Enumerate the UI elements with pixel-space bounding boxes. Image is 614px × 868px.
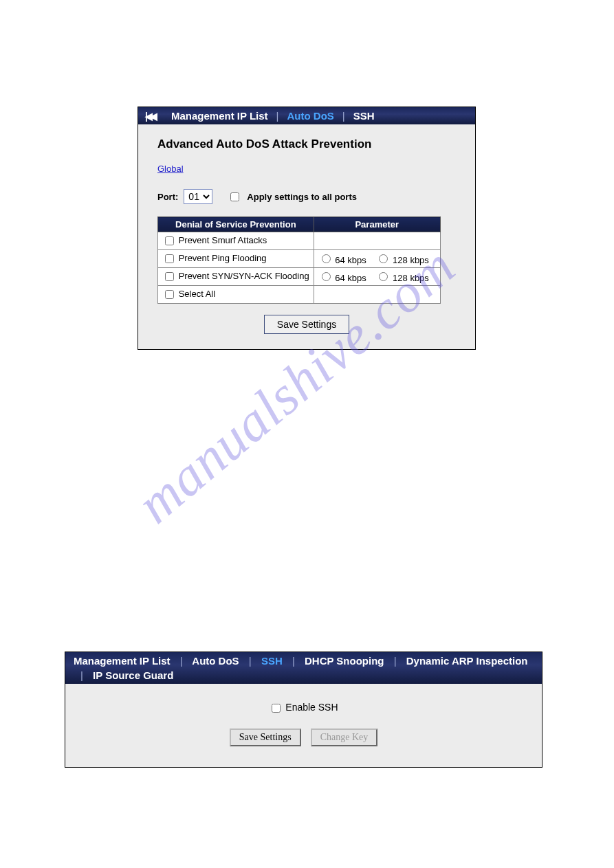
table-row: Select All: [158, 286, 441, 304]
ping-64-radio[interactable]: [322, 254, 331, 263]
select-all-label: Select All: [179, 289, 215, 299]
tab-separator: |: [271, 110, 285, 122]
syn-label: Prevent SYN/SYN-ACK Flooding: [179, 271, 309, 281]
col-header-dos: Denial of Service Prevention: [158, 217, 314, 232]
table-row: Prevent Ping Flooding 64 kbps 128 kbps: [158, 250, 441, 268]
ping-checkbox[interactable]: [165, 254, 174, 263]
syn-128-radio[interactable]: [379, 272, 388, 281]
smurf-param-cell: [314, 232, 440, 250]
tab-dynamic-arp[interactable]: Dynamic ARP Inspection: [406, 655, 528, 667]
apply-all-checkbox[interactable]: [230, 192, 239, 201]
tab-bar-ssh: Management IP List | Auto DoS | SSH | DH…: [65, 652, 542, 684]
port-label: Port:: [157, 192, 178, 202]
port-select[interactable]: 01: [184, 189, 212, 204]
enable-ssh-checkbox[interactable]: [272, 704, 281, 713]
tab-ssh[interactable]: SSH: [261, 655, 283, 667]
syn-64-radio[interactable]: [322, 272, 331, 281]
ping-128-radio[interactable]: [379, 254, 388, 263]
tab-bar: |◀◀ Management IP List | Auto DoS | SSH: [138, 107, 475, 124]
tab-auto-dos[interactable]: Auto DoS: [287, 110, 334, 122]
rewind-icon[interactable]: |◀◀: [145, 111, 155, 122]
ping-label: Prevent Ping Flooding: [179, 253, 267, 263]
tab-separator: |: [285, 655, 302, 667]
tab-ip-source-guard[interactable]: IP Source Guard: [93, 669, 173, 681]
tab-separator: |: [337, 110, 351, 122]
syn-128-label: 128 kbps: [393, 273, 429, 283]
tab-ssh[interactable]: SSH: [353, 110, 375, 122]
table-row: Prevent Smurf Attacks: [158, 232, 441, 250]
table-row: Prevent SYN/SYN-ACK Flooding 64 kbps 128…: [158, 268, 441, 286]
apply-all-label: Apply settings to all ports: [247, 192, 357, 202]
select-all-checkbox[interactable]: [165, 290, 174, 299]
save-settings-button[interactable]: Save Settings: [230, 728, 301, 746]
ping-64-label: 64 kbps: [335, 255, 366, 265]
global-link[interactable]: Global: [157, 164, 184, 174]
syn-64-label: 64 kbps: [335, 273, 366, 283]
dos-table: Denial of Service Prevention Parameter P…: [157, 216, 441, 304]
save-settings-button[interactable]: Save Settings: [264, 315, 349, 334]
tab-separator: |: [173, 655, 190, 667]
page-title: Advanced Auto DoS Attack Prevention: [157, 137, 456, 151]
tab-management-ip[interactable]: Management IP List: [74, 655, 171, 667]
change-key-button[interactable]: Change Key: [311, 728, 378, 746]
syn-checkbox[interactable]: [165, 272, 174, 281]
tab-dhcp-snooping[interactable]: DHCP Snooping: [305, 655, 384, 667]
tab-management-ip[interactable]: Management IP List: [171, 110, 268, 122]
ssh-panel: Management IP List | Auto DoS | SSH | DH…: [65, 652, 542, 768]
enable-ssh-label: Enable SSH: [285, 702, 338, 713]
smurf-label: Prevent Smurf Attacks: [179, 235, 267, 245]
tab-separator: |: [387, 655, 404, 667]
smurf-checkbox[interactable]: [165, 236, 174, 245]
ping-128-label: 128 kbps: [393, 255, 429, 265]
auto-dos-panel: |◀◀ Management IP List | Auto DoS | SSH …: [138, 107, 476, 350]
tab-auto-dos[interactable]: Auto DoS: [192, 655, 239, 667]
col-header-param: Parameter: [314, 217, 440, 232]
tab-separator: |: [242, 655, 259, 667]
select-all-param-cell: [314, 286, 440, 304]
tab-separator: |: [74, 669, 90, 681]
